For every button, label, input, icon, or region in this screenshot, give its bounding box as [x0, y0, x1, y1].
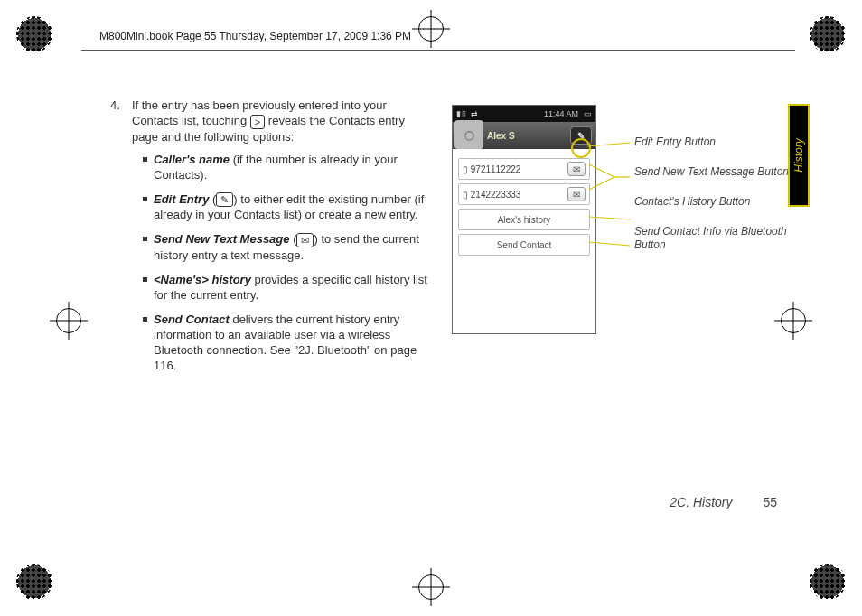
phone-titlebar: ◯ Alex S ✎ [453, 122, 595, 149]
bullet-callers-name: Caller's name (if the number is already … [143, 152, 432, 182]
callout-history: Contact's History Button [634, 195, 797, 209]
envelope-chip-icon: ✉ [296, 233, 314, 247]
phone-number-row[interactable]: ▯ 9721112222 ✉ [458, 158, 590, 180]
send-contact-row-button[interactable]: Send Contact [458, 234, 590, 256]
send-text-icon[interactable]: ✉ [567, 187, 586, 201]
phone-icon: ▯ [463, 190, 468, 200]
history-row-button[interactable]: Alex's history [458, 209, 590, 230]
crop-mark [810, 564, 846, 600]
status-time: 11:44 AM [544, 109, 578, 118]
signal-icon: ▮▯ ⇄ [456, 109, 479, 118]
phone-icon: ▯ [463, 164, 468, 174]
bullet-send-new-text: Send New Text Message (✉) to send the cu… [143, 231, 432, 263]
step-number: 4. [110, 98, 120, 113]
registration-mark [418, 574, 444, 600]
battery-icon: ▭ [584, 109, 592, 118]
registration-mark [781, 308, 806, 333]
bullet-edit-entry: Edit Entry (✎) to either edit the existi… [143, 191, 432, 223]
callout-labels: Edit Entry Button Send New Text Message … [634, 135, 797, 268]
contact-name: Alex S [487, 131, 515, 141]
section-tab: History [788, 104, 810, 207]
body-text: 4. If the entry has been previously ente… [98, 98, 432, 382]
book-header: M800Mini.book Page 55 Thursday, Septembe… [99, 30, 411, 42]
bullet-send-contact: Send Contact delivers the current histor… [143, 312, 432, 373]
callout-send-contact: Send Contact Info via Bluetooth Button [634, 225, 797, 252]
send-text-icon[interactable]: ✉ [567, 162, 586, 176]
phone-number: 2142223333 [471, 190, 521, 200]
pencil-chip-icon: ✎ [216, 192, 233, 207]
callout-edit-entry: Edit Entry Button [634, 135, 797, 149]
callout-send-text: Send New Text Message Buttons [634, 165, 797, 179]
phone-number: 9721112222 [471, 164, 521, 174]
edit-entry-button[interactable]: ✎ [570, 126, 592, 145]
page-number: 55 [763, 495, 777, 509]
crop-mark [810, 16, 846, 52]
section-tab-label: History [792, 138, 805, 172]
bullet-names-history: <Name's> history provides a specific cal… [143, 272, 432, 303]
avatar-icon: ◯ [454, 120, 483, 149]
phone-screenshot: ▮▯ ⇄ 11:44 AM ▭ ◯ Alex S ✎ ▯ 9721112222 … [452, 105, 596, 334]
registration-mark [56, 308, 81, 333]
phone-number-row[interactable]: ▯ 2142223333 ✉ [458, 183, 590, 205]
footer-section: 2C. History [670, 495, 732, 509]
crop-mark [16, 564, 52, 600]
arrow-chip-icon: > [250, 115, 265, 129]
crop-mark [16, 16, 52, 52]
page-footer: 2C. History 55 [452, 495, 777, 509]
